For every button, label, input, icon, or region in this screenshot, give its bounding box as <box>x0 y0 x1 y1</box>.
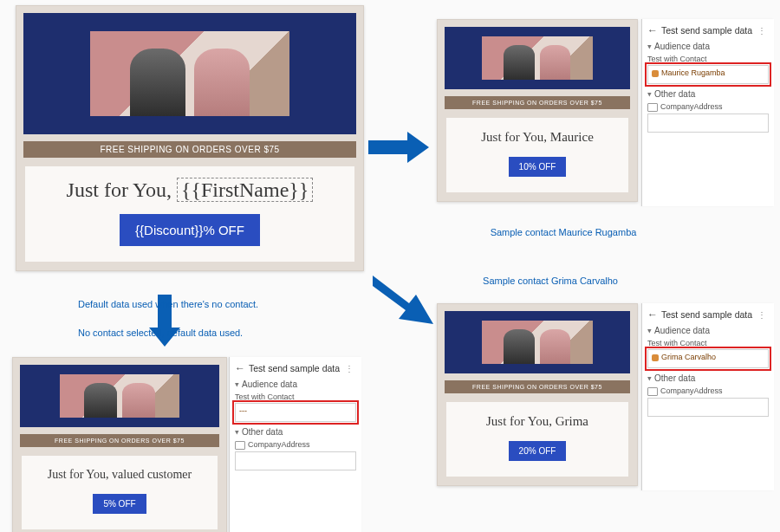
discount-button[interactable]: 5% OFF <box>93 494 146 514</box>
more-icon[interactable]: ⋮ <box>755 26 769 36</box>
headline-prefix: Just for You, <box>48 468 112 481</box>
caption-default-1: Default data used when there's no contac… <box>78 299 258 311</box>
preview-default-card: FREE SHIPPING ON ORDERS OVER $75 Just fo… <box>12 357 227 532</box>
headline: Just for You, {{FirstName}} <box>30 178 349 202</box>
hero-banner <box>23 13 356 134</box>
company-field[interactable] <box>235 451 356 470</box>
preview-maurice-card: FREE SHIPPING ON ORDERS OVER $75 Just fo… <box>437 19 638 202</box>
test-send-panel: ← Test send sample data ⋮ ▸Audience data… <box>229 357 361 532</box>
firstname-token[interactable]: {{FirstName}} <box>177 178 313 202</box>
test-contact-field[interactable]: --- <box>235 403 356 422</box>
more-icon[interactable]: ⋮ <box>342 364 356 373</box>
test-send-panel: ← Test send sample data ⋮ ▸Audience data… <box>641 303 774 490</box>
back-icon[interactable]: ← <box>235 362 245 374</box>
svg-marker-1 <box>373 276 433 324</box>
test-contact-field[interactable]: Grima Carvalho <box>647 349 769 368</box>
back-icon[interactable]: ← <box>647 308 658 321</box>
person-figure <box>130 49 186 116</box>
svg-marker-0 <box>368 132 429 163</box>
company-label: CompanyAddress <box>647 386 769 396</box>
hero-photo <box>482 36 593 80</box>
company-label: CompanyAddress <box>647 102 769 112</box>
headline: Just for You, Maurice <box>452 130 623 145</box>
preview-grima-card: FREE SHIPPING ON ORDERS OVER $75 Just fo… <box>437 303 638 486</box>
shipping-bar: FREE SHIPPING ON ORDERS OVER $75 <box>445 96 630 109</box>
person-figure <box>194 49 250 116</box>
audience-label: Audience data <box>242 380 297 389</box>
caption-grima: Sample contact Grima Carvalho <box>455 276 646 288</box>
other-label: Other data <box>654 89 695 99</box>
panel-title: Test send sample data <box>661 309 755 320</box>
audience-section[interactable]: ▸Audience data <box>235 380 356 389</box>
chevron-down-icon: ▸ <box>233 383 242 387</box>
back-icon[interactable]: ← <box>647 24 658 36</box>
headline: Just for You, Grima <box>452 414 623 429</box>
arrow-diag-icon <box>373 269 442 329</box>
hero-banner <box>445 311 630 373</box>
chevron-down-icon: ▸ <box>646 377 654 381</box>
shipping-bar: FREE SHIPPING ON ORDERS OVER $75 <box>445 380 630 393</box>
company-field[interactable] <box>647 398 769 417</box>
resolved-name: Grima <box>556 414 588 428</box>
email-body: Just for You, {{FirstName}} {{Discount}}… <box>25 166 354 262</box>
test-contact-label: Test with Contact <box>647 55 769 63</box>
headline: Just for You, valued customer <box>27 468 212 482</box>
company-icon <box>647 387 658 396</box>
shipping-bar: FREE SHIPPING ON ORDERS OVER $75 <box>20 434 219 447</box>
more-icon[interactable]: ⋮ <box>755 310 769 320</box>
company-icon <box>647 103 658 112</box>
audience-label: Audience data <box>654 326 710 335</box>
resolved-name: Maurice <box>550 130 594 144</box>
company-icon <box>235 441 245 450</box>
hero-banner <box>20 365 219 427</box>
other-label: Other data <box>242 427 283 437</box>
audience-section[interactable]: ▸Audience data <box>647 326 769 335</box>
other-section[interactable]: ▸Other data <box>647 89 769 99</box>
audience-label: Audience data <box>654 42 710 51</box>
other-section[interactable]: ▸Other data <box>647 373 769 383</box>
headline-prefix: Just for You, <box>486 414 556 428</box>
caption-maurice: Sample contact Maurice Rugamba <box>468 227 659 239</box>
test-contact-label: Test with Contact <box>235 393 356 401</box>
person-figure <box>504 45 535 80</box>
caption-default-2: No contact selected, default data used. <box>78 328 243 340</box>
company-field[interactable] <box>647 114 769 133</box>
email-body: Just for You, Maurice 10% OFF <box>446 118 628 192</box>
chevron-down-icon: ▸ <box>646 93 654 97</box>
person-figure <box>540 329 571 364</box>
panel-title: Test send sample data <box>249 363 342 373</box>
person-figure <box>84 383 118 418</box>
discount-button[interactable]: 20% OFF <box>509 441 567 461</box>
audience-section[interactable]: ▸Audience data <box>647 42 769 51</box>
hero-photo <box>90 31 289 116</box>
test-contact-field[interactable]: Maurice Rugamba <box>647 65 769 84</box>
arrow-right-icon <box>368 130 431 165</box>
panel-title: Test send sample data <box>661 25 755 36</box>
headline-prefix: Just for You, <box>67 178 177 201</box>
person-figure <box>540 45 571 80</box>
discount-button[interactable]: 10% OFF <box>509 157 567 177</box>
email-body: Just for You, Grima 20% OFF <box>446 402 628 477</box>
hero-banner <box>445 27 630 89</box>
other-section[interactable]: ▸Other data <box>235 427 356 437</box>
chevron-down-icon: ▸ <box>233 431 242 435</box>
shipping-bar: FREE SHIPPING ON ORDERS OVER $75 <box>23 141 356 158</box>
person-figure <box>122 383 156 418</box>
email-template-card: FREE SHIPPING ON ORDERS OVER $75 Just fo… <box>16 5 364 271</box>
email-body: Just for You, valued customer 5% OFF <box>22 456 218 529</box>
headline-prefix: Just for You, <box>481 130 550 144</box>
resolved-name: valued customer <box>112 468 192 481</box>
person-figure <box>504 329 535 364</box>
company-label: CompanyAddress <box>235 440 356 450</box>
discount-button[interactable]: {{Discount}}% OFF <box>120 214 260 246</box>
chevron-down-icon: ▸ <box>646 45 654 49</box>
hero-photo <box>60 374 179 418</box>
test-send-panel: ← Test send sample data ⋮ ▸Audience data… <box>641 19 774 206</box>
hero-photo <box>482 321 593 364</box>
test-contact-label: Test with Contact <box>647 339 769 347</box>
other-label: Other data <box>654 373 695 383</box>
chevron-down-icon: ▸ <box>646 329 654 334</box>
